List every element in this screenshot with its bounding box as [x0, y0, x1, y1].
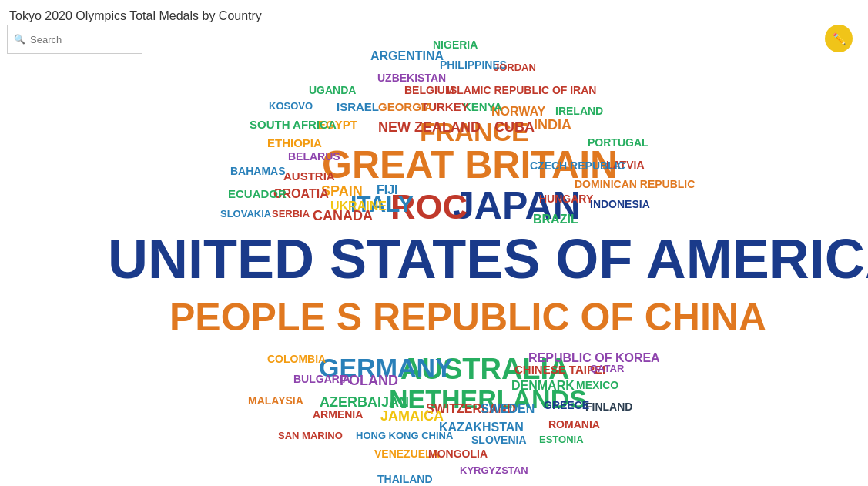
word-item: ECUADOR [228, 187, 287, 200]
word-item: UZBEKISTAN [377, 72, 446, 84]
word-item: JAMAICA [380, 408, 444, 424]
word-item: KOSOVO [269, 100, 313, 112]
word-item: INDONESIA [590, 198, 650, 210]
word-item: SWEDEN [481, 402, 535, 416]
word-item: MEXICO [576, 379, 618, 391]
word-item: BAHAMAS [230, 165, 286, 177]
word-item: UNITED STATES OF AMERICA [108, 227, 868, 290]
word-item: GEORGIA [378, 100, 433, 113]
word-cloud: UNITED STATES OF AMERICAPEOPLE S REPUBLI… [0, 0, 868, 486]
word-item: COLOMBIA [267, 353, 326, 365]
word-item: HUNGARY [539, 193, 593, 205]
word-item: UGANDA [309, 84, 356, 96]
word-item: CZECH REPUBLIC [530, 159, 625, 172]
word-item: MALAYSIA [248, 394, 303, 407]
main-container: Tokyo 2020 Olympics Total Medals by Coun… [0, 0, 868, 486]
word-item: BRAZIL [533, 213, 578, 226]
word-item: SOUTH AFRICA [250, 118, 337, 131]
word-item: AUSTRIA [283, 169, 335, 183]
word-item: JORDAN [494, 62, 536, 73]
word-item: GREECE [544, 399, 589, 411]
word-item: FINLAND [585, 401, 632, 413]
word-item: PORTUGAL [588, 136, 648, 149]
word-item: SLOVAKIA [220, 208, 271, 220]
word-item: ISRAEL [337, 100, 379, 113]
word-item: PEOPLE S REPUBLIC OF CHINA [169, 295, 766, 340]
word-item: ROMANIA [548, 418, 600, 431]
word-item: IRELAND [555, 105, 603, 117]
word-item: BULGARIA [293, 373, 350, 385]
word-item: SERBIA [272, 208, 310, 220]
word-item: THAILAND [377, 473, 433, 485]
word-item: SAN MARINO [278, 430, 343, 441]
word-item: INDIA [534, 117, 571, 133]
word-item: QATAR [590, 363, 624, 374]
word-item: CUBA [494, 119, 535, 136]
word-item: ETHIOPIA [267, 136, 322, 149]
word-item: NEW ZEALAND [378, 119, 481, 136]
word-item: MONGOLIA [428, 447, 488, 460]
word-item: ESTONIA [539, 434, 584, 445]
word-item: ISLAMIC REPUBLIC OF IRAN [447, 84, 596, 96]
word-item: AZERBAIJAN [320, 394, 409, 411]
word-item: DOMINICAN REPUBLIC [575, 178, 695, 190]
word-item: HONG KONG CHINA [356, 430, 453, 441]
word-item: DENMARK [511, 379, 575, 393]
word-item: BELARUS [288, 150, 340, 163]
word-item: UKRAINE [330, 199, 387, 213]
word-item: FIJI [377, 183, 398, 197]
word-item: KYRGYZSTAN [460, 464, 528, 476]
word-item: ARGENTINA [370, 49, 444, 63]
word-item: SLOVENIA [471, 434, 527, 446]
